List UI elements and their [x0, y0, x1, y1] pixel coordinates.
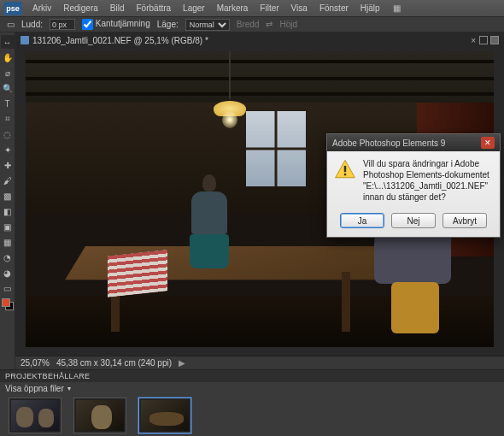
ludd-input[interactable]	[50, 19, 75, 30]
svg-rect-1	[344, 166, 346, 172]
document-icon	[21, 36, 29, 44]
document-dimensions: 45,38 cm x 30,14 cm (240 ppi)	[56, 358, 172, 368]
close-document-icon[interactable]: ×	[471, 36, 476, 45]
kantut-checkbox[interactable]: Kantutjämning	[82, 19, 150, 30]
thumb-1[interactable]	[9, 398, 62, 433]
status-bar: 25,07% 45,38 cm x 30,14 cm (240 ppi) ▶	[15, 356, 504, 369]
bin-filter-label: Visa öppna filer	[5, 384, 64, 393]
canvas-area: 131206_Jamtli_0021.NEF @ 25,1% (RGB/8) *…	[15, 32, 504, 369]
save-dialog: Adobe Photoshop Elements 9 ✕ Vill du spa…	[326, 133, 501, 238]
view-mode-icons[interactable]	[479, 36, 499, 44]
project-bin-thumbs	[0, 394, 504, 436]
thumb-3[interactable]	[138, 398, 191, 433]
hand-tool[interactable]: ✋	[1, 50, 15, 64]
dialog-title: Adobe Photoshop Elements 9	[332, 138, 445, 148]
zoom-level[interactable]: 25,07%	[21, 358, 50, 368]
swap-icon: ⇄	[266, 20, 273, 29]
menu-lager[interactable]: Lager	[178, 2, 210, 15]
statusbar-menu-icon[interactable]: ▶	[179, 358, 185, 368]
gradient-tool[interactable]: ▦	[1, 235, 15, 249]
stamp-tool[interactable]: ▩	[1, 189, 15, 203]
menu-hjalp[interactable]: Hjälp	[355, 2, 385, 15]
project-bin-header[interactable]: PROJEKTBEHÅLLARE	[0, 370, 504, 382]
shape-tool[interactable]: ▭	[1, 281, 15, 295]
dialog-message: Vill du spara ändringar i Adobe Photosho…	[363, 158, 493, 203]
menu-redigera[interactable]: Redigera	[58, 2, 103, 15]
image-stage[interactable]: Adobe Photoshop Elements 9 ✕ Vill du spa…	[15, 48, 504, 356]
menu-bild[interactable]: Bild	[105, 2, 130, 15]
healing-tool[interactable]: ✚	[1, 158, 15, 172]
thumb-2[interactable]	[73, 398, 126, 433]
svg-rect-2	[344, 174, 346, 175]
blur-tool[interactable]: ◔	[1, 250, 15, 264]
menu-fonster[interactable]: Fönster	[314, 2, 354, 15]
magic-wand-tool[interactable]: ✦	[1, 143, 15, 156]
lasso-tool[interactable]: ◌	[1, 127, 15, 141]
document-tab[interactable]: 131206_Jamtli_0021.NEF @ 25,1% (RGB/8) *…	[15, 32, 504, 48]
project-bin: PROJEKTBEHÅLLARE Visa öppna filer ▾	[0, 369, 504, 436]
bredd-label: Bredd	[237, 20, 260, 29]
dialog-yes-button[interactable]: Ja	[340, 213, 384, 228]
zoom-tool[interactable]: 🔍	[1, 81, 15, 95]
menu-markera[interactable]: Markera	[212, 2, 254, 15]
brush-tool[interactable]: 🖌	[1, 174, 15, 187]
workspace: ↔ ✋ ⌀ 🔍 T ⌗ ◌ ✦ ✚ 🖌 ▩ ◧ ▣ ▦ ◔ ◕ ▭ 131206…	[0, 32, 504, 369]
menu-forbattra[interactable]: Förbättra	[132, 2, 177, 15]
eyedropper-tool[interactable]: ⌀	[1, 66, 15, 80]
lager-label: Läge:	[157, 20, 179, 29]
toolbox: ↔ ✋ ⌀ 🔍 T ⌗ ◌ ✦ ✚ 🖌 ▩ ◧ ▣ ▦ ◔ ◕ ▭	[0, 32, 15, 369]
ludd-label: Ludd:	[21, 20, 43, 29]
hojd-label: Höjd	[279, 20, 297, 29]
chevron-down-icon: ▾	[67, 385, 71, 392]
options-bar: ▭ Ludd: Kantutjämning Läge: Normal Bredd…	[0, 17, 504, 32]
paint-bucket-tool[interactable]: ▣	[1, 220, 15, 233]
sponge-tool[interactable]: ◕	[1, 266, 15, 280]
dialog-close-icon[interactable]: ✕	[481, 137, 495, 149]
lager-select[interactable]: Normal	[185, 19, 230, 31]
eraser-tool[interactable]: ◧	[1, 204, 15, 218]
crop-tool[interactable]: ⌗	[1, 112, 15, 126]
dialog-no-button[interactable]: Nej	[391, 213, 436, 228]
menu-arkiv[interactable]: Arkiv	[27, 2, 56, 15]
type-tool[interactable]: T	[1, 97, 15, 110]
menu-filter[interactable]: Filter	[255, 2, 284, 15]
dialog-cancel-button[interactable]: Avbryt	[442, 213, 487, 228]
project-bin-filter[interactable]: Visa öppna filer ▾	[0, 382, 504, 394]
marquee-icon: ▭	[7, 20, 15, 29]
warning-icon	[334, 158, 356, 180]
app-logo: pse	[3, 2, 22, 15]
menu-visa[interactable]: Visa	[286, 2, 313, 15]
menu-bar: pse Arkiv Redigera Bild Förbättra Lager …	[0, 0, 504, 17]
document-title: 131206_Jamtli_0021.NEF @ 25,1% (RGB/8) *	[32, 36, 208, 45]
move-tool[interactable]: ↔	[1, 35, 15, 49]
color-swatch[interactable]	[2, 298, 14, 310]
dialog-titlebar[interactable]: Adobe Photoshop Elements 9 ✕	[327, 134, 500, 151]
workspace-switcher-icon[interactable]: ▦	[390, 2, 404, 15]
